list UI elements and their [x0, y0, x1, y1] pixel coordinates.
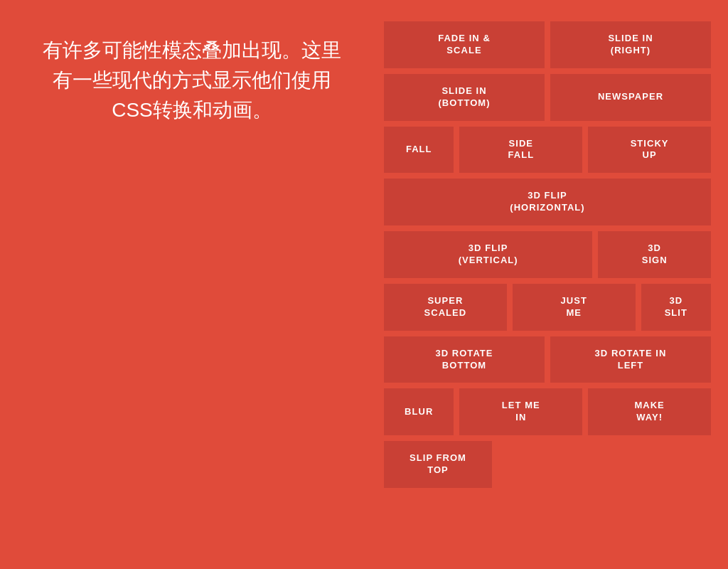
newspaper-button[interactable]: NEWSPAPER: [550, 74, 711, 121]
slide-in-right-button[interactable]: SLIDE IN(RIGHT): [550, 21, 711, 68]
just-me-button[interactable]: JUSTME: [513, 284, 636, 331]
sticky-up-button[interactable]: STICKYUP: [588, 127, 711, 174]
fall-button[interactable]: FALL: [384, 127, 454, 174]
super-scaled-button[interactable]: SUPERSCALED: [384, 284, 507, 331]
fade-in-scale-button[interactable]: FADE IN &SCALE: [384, 21, 545, 68]
rotate-bottom-button[interactable]: 3D ROTATEBOTTOM: [384, 336, 545, 383]
slip-from-top-button[interactable]: SLIP FROMTOP: [384, 441, 492, 488]
side-fall-button[interactable]: SIDEFALL: [459, 127, 582, 174]
blur-button[interactable]: BLUR: [384, 388, 454, 435]
flip-horizontal-button[interactable]: 3D FLIP(HORIZONTAL): [384, 179, 711, 225]
right-panel: FADE IN &SCALE SLIDE IN(RIGHT) SLIDE IN(…: [384, 21, 711, 488]
button-row-6: SUPERSCALED JUSTME 3DSLIT: [384, 284, 711, 331]
rotate-in-left-button[interactable]: 3D ROTATE INLEFT: [550, 336, 711, 383]
description-text: 有许多可能性模态叠加出现。这里有一些现代的方式显示他们使用CSS转换和动画。: [43, 36, 341, 125]
button-row-4: 3D FLIP(HORIZONTAL): [384, 179, 711, 225]
slit-3d-button[interactable]: 3DSLIT: [641, 284, 711, 331]
button-row-2: SLIDE IN(BOTTOM) NEWSPAPER: [384, 74, 711, 121]
button-row-8: BLUR LET MEIN MAKEWAY!: [384, 388, 711, 435]
left-panel: 有许多可能性模态叠加出现。这里有一些现代的方式显示他们使用CSS转换和动画。: [43, 36, 341, 125]
let-me-in-button[interactable]: LET MEIN: [459, 388, 582, 435]
buttons-grid: FADE IN &SCALE SLIDE IN(RIGHT) SLIDE IN(…: [384, 21, 711, 488]
button-row-9: SLIP FROMTOP: [384, 441, 711, 488]
flip-vertical-button[interactable]: 3D FLIP(VERTICAL): [384, 231, 592, 278]
button-row-1: FADE IN &SCALE SLIDE IN(RIGHT): [384, 21, 711, 68]
button-row-3: FALL SIDEFALL STICKYUP: [384, 127, 711, 174]
slide-in-bottom-button[interactable]: SLIDE IN(BOTTOM): [384, 74, 545, 121]
button-row-5: 3D FLIP(VERTICAL) 3DSIGN: [384, 231, 711, 278]
sign-3d-button[interactable]: 3DSIGN: [598, 231, 711, 278]
make-way-button[interactable]: MAKEWAY!: [588, 388, 711, 435]
button-row-7: 3D ROTATEBOTTOM 3D ROTATE INLEFT: [384, 336, 711, 383]
